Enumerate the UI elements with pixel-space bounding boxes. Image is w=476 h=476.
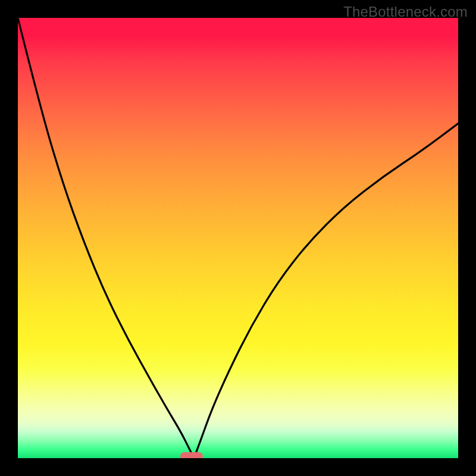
left-branch-curve [18,18,194,458]
curve-layer [18,18,458,458]
plot-area [18,18,458,458]
right-branch-curve [194,124,458,458]
watermark-text: TheBottleneck.com [343,4,468,20]
chart-frame: TheBottleneck.com [0,0,476,476]
bottleneck-marker [180,452,203,458]
